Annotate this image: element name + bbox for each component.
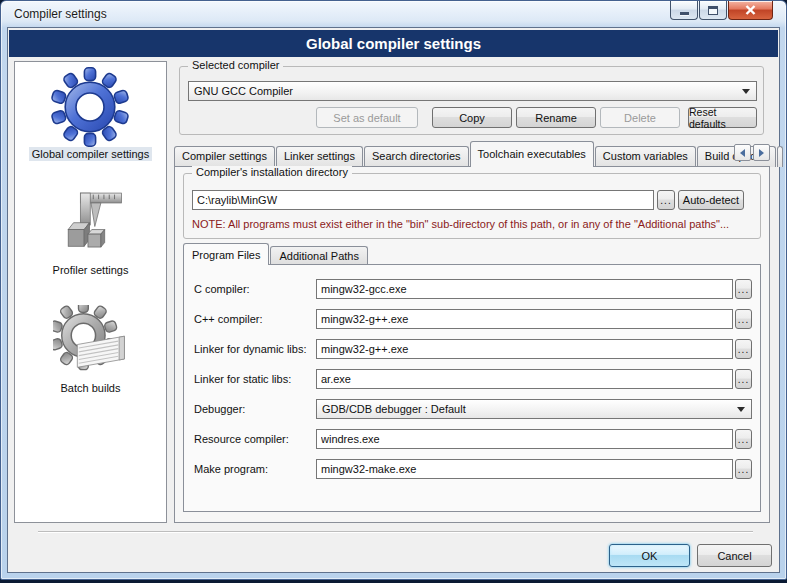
tab-search-directories[interactable]: Search directories	[364, 146, 469, 167]
page-title: Global compiler settings	[306, 35, 481, 52]
make-program-input[interactable]	[316, 459, 733, 479]
tab-compiler-settings[interactable]: Compiler settings	[174, 146, 275, 167]
auto-detect-button[interactable]: Auto-detect	[678, 190, 744, 210]
toolchain-executables-panel: Compiler's installation directory ... Au…	[174, 166, 770, 523]
field-label: Linker for static libs:	[194, 373, 291, 385]
compiler-select-value: GNU GCC Compiler	[194, 85, 293, 97]
resource-compiler-input[interactable]	[316, 429, 733, 449]
reset-defaults-button[interactable]: Reset defaults	[688, 107, 757, 128]
tab-partial[interactable]	[777, 146, 783, 167]
installation-directory-group: Compiler's installation directory ... Au…	[183, 173, 761, 239]
set-as-default-button[interactable]: Set as default	[316, 107, 418, 128]
tab-scroll-left-button[interactable]	[734, 144, 751, 161]
maximize-icon	[708, 6, 718, 15]
field-label: C compiler:	[194, 283, 250, 295]
minimize-button[interactable]	[670, 1, 698, 20]
tab-scroll-right-button[interactable]	[753, 144, 770, 161]
browse-static-linker-button[interactable]: ...	[735, 369, 752, 389]
browse-make-program-button[interactable]: ...	[735, 459, 752, 479]
caption-buttons	[670, 1, 773, 20]
c-compiler-input[interactable]	[316, 279, 733, 299]
chevron-down-icon	[737, 407, 745, 412]
sidebar-item-global-compiler-settings[interactable]: Global compiler settings	[29, 67, 152, 161]
tab-custom-variables[interactable]: Custom variables	[595, 146, 696, 167]
installation-directory-input[interactable]	[192, 190, 654, 210]
ok-button[interactable]: OK	[609, 544, 690, 567]
bin-subdirectory-note: NOTE: All programs must exist either in …	[192, 218, 729, 230]
selected-compiler-legend: Selected compiler	[188, 59, 283, 71]
installation-directory-legend: Compiler's installation directory	[192, 166, 352, 178]
selected-compiler-group: Selected compiler GNU GCC Compiler Set a…	[179, 66, 764, 135]
blue-gear-icon	[50, 67, 130, 147]
maximize-button[interactable]	[699, 1, 727, 20]
caliper-icon	[53, 187, 129, 263]
field-label: C++ compiler:	[194, 313, 262, 325]
compiler-settings-window: Compiler settings Global compiler settin…	[0, 0, 787, 580]
gray-gear-stack-icon	[53, 305, 129, 381]
dynamic-linker-input[interactable]	[316, 339, 733, 359]
browse-cpp-compiler-button[interactable]: ...	[735, 309, 752, 329]
sidebar-item-profiler-settings[interactable]: Profiler settings	[50, 187, 132, 277]
browse-directory-button[interactable]: ...	[657, 190, 675, 210]
tab-scroll-buttons	[734, 144, 770, 161]
rename-button[interactable]: Rename	[516, 107, 596, 128]
subtab-additional-paths[interactable]: Additional Paths	[270, 246, 368, 265]
field-label: Linker for dynamic libs:	[194, 343, 307, 355]
minimize-icon	[680, 12, 689, 15]
window-title: Compiler settings	[14, 7, 107, 21]
field-label: Resource compiler:	[194, 433, 289, 445]
close-button[interactable]	[728, 1, 773, 20]
close-icon	[745, 5, 756, 15]
page-title-banner: Global compiler settings	[9, 30, 778, 57]
settings-tab-bar: Compiler settings Linker settings Search…	[174, 141, 770, 167]
delete-button[interactable]: Delete	[600, 107, 680, 128]
titlebar[interactable]: Compiler settings	[1, 1, 786, 27]
program-files-panel: C compiler: ... C++ compiler: ... Linker…	[183, 264, 761, 512]
copy-button[interactable]: Copy	[432, 107, 512, 128]
field-label: Make program:	[194, 463, 268, 475]
sidebar-item-label: Batch builds	[58, 381, 124, 395]
compiler-select[interactable]: GNU GCC Compiler	[188, 81, 757, 101]
field-label: Debugger:	[194, 403, 245, 415]
tab-scroll-left-icon	[740, 149, 745, 157]
browse-resource-compiler-button[interactable]: ...	[735, 429, 752, 449]
dialog-body: Global compiler settings	[7, 27, 780, 573]
tab-toolchain-executables[interactable]: Toolchain executables	[470, 141, 594, 167]
static-linker-input[interactable]	[316, 369, 733, 389]
chevron-down-icon	[742, 89, 750, 94]
footer-separator	[38, 531, 753, 533]
sidebar-item-label: Profiler settings	[50, 263, 132, 277]
sidebar-item-label: Global compiler settings	[29, 147, 152, 161]
tab-scroll-right-icon	[759, 149, 764, 157]
cpp-compiler-input[interactable]	[316, 309, 733, 329]
debugger-select[interactable]: GDB/CDB debugger : Default	[316, 399, 752, 419]
program-files-tab-bar: Program Files Additional Paths	[183, 243, 369, 265]
browse-dynamic-linker-button[interactable]: ...	[735, 339, 752, 359]
settings-category-list: Global compiler settings	[14, 61, 167, 523]
cancel-button[interactable]: Cancel	[697, 544, 772, 567]
debugger-select-value: GDB/CDB debugger : Default	[322, 403, 466, 415]
tab-linker-settings[interactable]: Linker settings	[276, 146, 363, 167]
subtab-program-files[interactable]: Program Files	[183, 243, 269, 265]
sidebar-item-batch-builds[interactable]: Batch builds	[53, 305, 129, 395]
browse-c-compiler-button[interactable]: ...	[735, 279, 752, 299]
